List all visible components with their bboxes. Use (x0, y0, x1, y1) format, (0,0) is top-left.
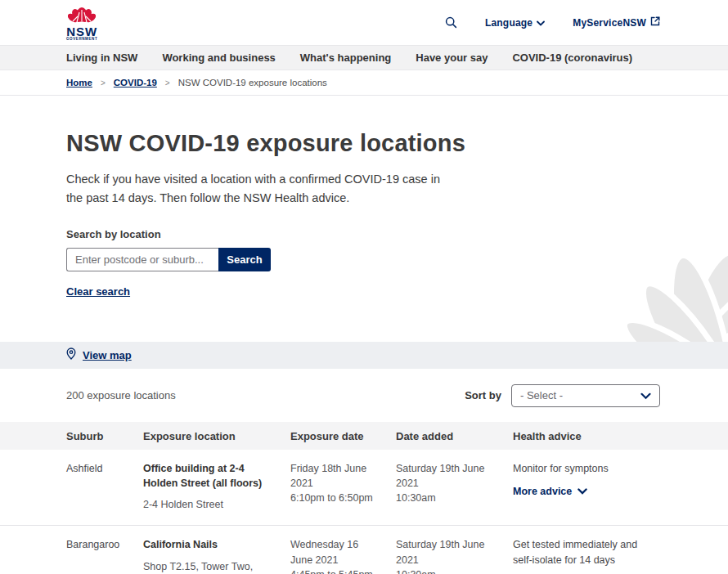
health-advice-cell: Monitor for symptons More advice (513, 461, 660, 512)
date-added: Saturday 19th June 2021 (396, 461, 493, 491)
clear-search-link[interactable]: Clear search (66, 285, 130, 298)
main-navigation: Living in NSW Working and business What'… (0, 45, 728, 70)
results-bar: 200 exposure locations Sort by - Select … (0, 369, 728, 422)
date-added-cell: Saturday 19th June 2021 10:30am (396, 537, 513, 574)
map-pin-icon (66, 348, 76, 363)
breadcrumb: Home > COVID-19 > NSW COVID-19 exposure … (0, 70, 728, 96)
chevron-down-icon (537, 17, 545, 29)
header-actions: Language MyServiceNSW (445, 16, 660, 29)
waratah-logo-icon (68, 3, 96, 27)
sort-selected-value: - Select - (520, 389, 563, 401)
suburb-cell: Barangaroo (66, 537, 143, 574)
search-icon[interactable] (445, 16, 457, 29)
exposure-date-cell: Wednesday 16 June 2021 4:45pm to 5:45pm (290, 537, 396, 574)
view-map-bar: View map (0, 342, 728, 369)
nsw-government-logo[interactable]: NSW GOVERNMENT (66, 3, 97, 42)
hero-section: NSW COVID-19 exposure locations Check if… (0, 96, 728, 342)
exposure-time: 4:45pm to 5:45pm (290, 567, 376, 574)
location-name: California Nails (143, 537, 271, 552)
location-address: 2-4 Holden Street (143, 497, 271, 512)
view-map-link[interactable]: View map (83, 349, 132, 361)
exposure-date-cell: Friday 18th June 2021 6:10pm to 6:50pm (290, 461, 396, 512)
more-advice-label: More advice (513, 484, 572, 499)
column-header-date-added: Date added (396, 430, 513, 442)
location-address: Shop T2.15, Tower Two, International Tow… (143, 559, 271, 574)
sort-select[interactable]: - Select - (511, 384, 660, 407)
nav-item-have-your-say[interactable]: Have your say (416, 52, 488, 64)
breadcrumb-separator: > (165, 78, 170, 87)
nav-item-living-in-nsw[interactable]: Living in NSW (66, 52, 137, 64)
results-count: 200 exposure locations (66, 389, 176, 401)
column-header-suburb: Suburb (66, 430, 143, 442)
breadcrumb-separator: > (101, 78, 106, 87)
page-title: NSW COVID-19 exposure locations (66, 130, 475, 157)
more-advice-toggle[interactable]: More advice (513, 484, 587, 499)
myservicensw-label: MyServiceNSW (573, 17, 646, 29)
exposure-date: Wednesday 16 June 2021 (290, 537, 376, 567)
search-button[interactable]: Search (218, 248, 271, 271)
time-added: 10:30am (396, 491, 493, 505)
column-header-exposure-date: Exposure date (290, 430, 396, 442)
table-row: Barangaroo California Nails Shop T2.15, … (0, 526, 728, 574)
date-added-cell: Saturday 19th June 2021 10:30am (396, 461, 513, 512)
column-header-exposure-location: Exposure location (143, 430, 290, 442)
location-name: Office building at 2-4 Holden Street (al… (143, 461, 271, 491)
nav-item-working-and-business[interactable]: Working and business (162, 52, 275, 64)
breadcrumb-current-page: NSW COVID-19 exposure locations (178, 78, 327, 87)
logo-government-text: GOVERNMENT (66, 38, 97, 42)
chevron-down-icon (577, 484, 587, 499)
exposure-location-cell: Office building at 2-4 Holden Street (al… (143, 461, 290, 512)
language-menu[interactable]: Language (485, 17, 545, 29)
column-header-health-advice: Health advice (513, 430, 660, 442)
date-added: Saturday 19th June 2021 (396, 537, 493, 567)
sort-group: Sort by - Select - (465, 384, 660, 407)
myservicensw-link[interactable]: MyServiceNSW (573, 16, 660, 29)
health-advice-cell: Get tested immediately and self-isolate … (513, 537, 660, 574)
advice-text: Monitor for symptons (513, 461, 640, 476)
exposure-location-cell: California Nails Shop T2.15, Tower Two, … (143, 537, 290, 574)
time-added: 10:30am (396, 567, 493, 574)
sort-by-label: Sort by (465, 389, 501, 401)
breadcrumb-covid-link[interactable]: COVID-19 (114, 78, 157, 87)
table-header-row: Suburb Exposure location Exposure date D… (0, 422, 728, 450)
chevron-down-icon (640, 388, 651, 403)
exposure-date: Friday 18th June 2021 (290, 461, 376, 491)
search-by-location-label: Search by location (66, 228, 660, 240)
site-header: NSW GOVERNMENT Language MyServiceNSW (0, 0, 728, 45)
nav-item-whats-happening[interactable]: What's happening (300, 52, 391, 64)
nav-item-covid-19[interactable]: COVID-19 (coronavirus) (512, 52, 632, 64)
exposure-time: 6:10pm to 6:50pm (290, 491, 376, 505)
logo-nsw-text: NSW (66, 25, 97, 38)
advice-text: Get tested immediately and self-isolate … (513, 537, 640, 567)
location-search-form: Search (66, 248, 660, 271)
page-description: Check if you have visited a location wit… (66, 170, 455, 207)
table-row: Ashfield Office building at 2-4 Holden S… (0, 450, 728, 526)
suburb-cell: Ashfield (66, 461, 143, 512)
location-search-input[interactable] (66, 248, 218, 271)
external-link-icon (650, 16, 660, 29)
language-label: Language (485, 17, 533, 29)
breadcrumb-home-link[interactable]: Home (66, 78, 92, 87)
